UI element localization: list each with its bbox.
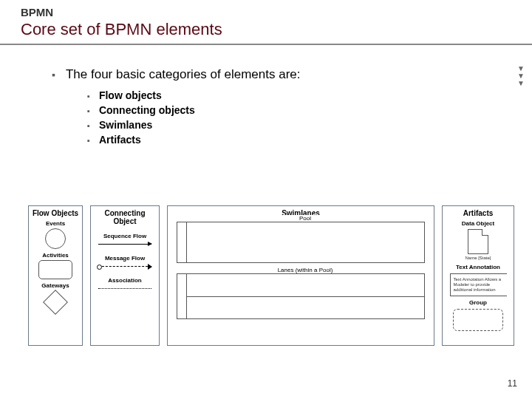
intro-bullet: The four basic categories of elements ar… <box>52 67 510 82</box>
event-icon <box>45 228 66 249</box>
panel-flow-objects: Flow Objects Events Activities Gateways <box>28 205 83 346</box>
bullet-swimlanes: Swimlanes <box>87 119 510 131</box>
panel-title: Artifacts <box>446 209 511 217</box>
label-text-annotation: Text Annotation <box>446 264 511 270</box>
label-events: Events <box>32 220 79 227</box>
pool-tab <box>177 222 187 262</box>
lanes-icon: Lanes (within a Pool) <box>177 273 425 319</box>
label-gateways: Gateways <box>32 282 79 289</box>
sequence-flow-icon <box>98 244 151 245</box>
bullet-artifacts: Artifacts <box>87 134 510 146</box>
sub-bullets: Flow objects Connecting objects Swimlane… <box>52 89 510 146</box>
panel-title: Connecting Object <box>94 209 156 225</box>
data-object-name: Name [State] <box>452 256 504 261</box>
slide-title: Core set of BPMN elements <box>21 20 532 39</box>
label-sequence-flow: Sequence Flow <box>94 233 156 239</box>
association-icon <box>98 288 151 289</box>
eyebrow: BPMN <box>21 6 532 18</box>
label-message-flow: Message Flow <box>94 255 156 262</box>
page-number: 11 <box>508 378 517 389</box>
panel-row: Flow Objects Events Activities Gateways … <box>28 205 514 346</box>
lanes-caption: Lanes (within a Pool) <box>189 267 421 273</box>
arrow-stack-icon: ▼▼▼ <box>517 65 525 87</box>
bullet-connecting-objects: Connecting objects <box>87 104 510 116</box>
panel-swimlanes: Swimlanes Pool Lanes (within a Pool) <box>167 205 434 346</box>
panel-artifacts: Artifacts Data Object Name [State] Text … <box>442 205 514 346</box>
group-icon <box>453 309 503 331</box>
slide: BPMN Core set of BPMN elements ▼▼▼ The f… <box>0 0 532 399</box>
label-data-object: Data Object <box>446 220 511 227</box>
text-annotation-text: Text Annotation Allows a Modeler to prov… <box>454 277 505 293</box>
message-flow-icon <box>98 266 151 267</box>
pool-icon: Pool <box>177 222 425 263</box>
panel-title: Flow Objects <box>32 209 79 217</box>
gateway-icon <box>43 290 68 315</box>
text-annotation-icon: Text Annotation Allows a Modeler to prov… <box>450 273 507 296</box>
data-object-icon <box>468 229 488 254</box>
pool-caption: Pool <box>189 215 421 222</box>
label-activities: Activities <box>32 252 79 259</box>
label-group: Group <box>446 299 511 306</box>
label-association: Association <box>94 277 156 284</box>
panel-connecting-object: Connecting Object Sequence Flow Message … <box>90 205 160 346</box>
lane-divider <box>186 296 424 297</box>
activity-icon <box>38 260 72 279</box>
content: The four basic categories of elements ar… <box>0 45 532 146</box>
title-block: BPMN Core set of BPMN elements <box>0 0 532 39</box>
bullet-flow-objects: Flow objects <box>87 89 510 101</box>
